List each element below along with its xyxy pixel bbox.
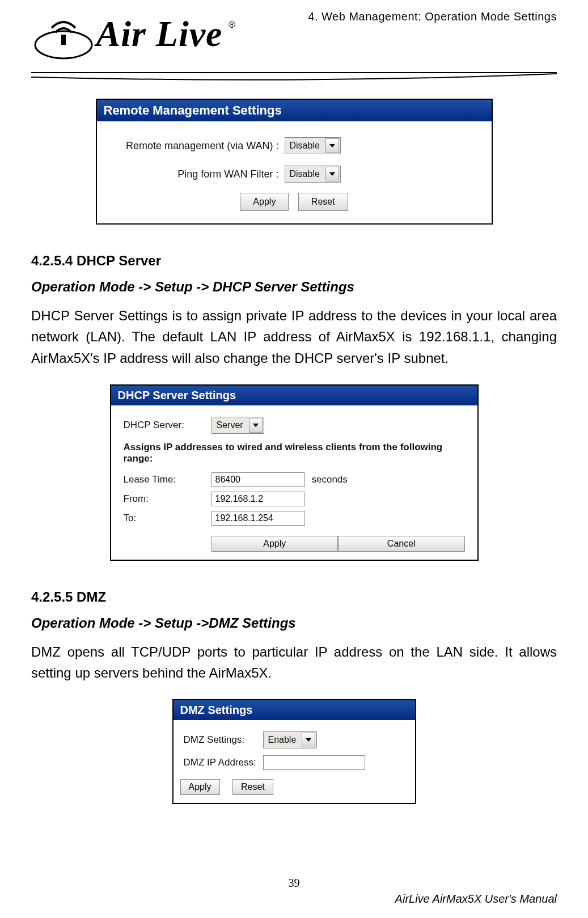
reset-button[interactable]: Reset — [232, 779, 273, 795]
dmz-setting-select[interactable]: Enable — [263, 731, 318, 748]
remote-mgmt-select[interactable]: Disable — [285, 137, 341, 154]
remote-mgmt-value: Disable — [285, 141, 324, 151]
dhcp-title: DHCP Server Settings — [111, 386, 477, 405]
dmz-setting-value: Enable — [264, 735, 301, 745]
dropdown-arrow-icon[interactable] — [325, 138, 339, 153]
ping-filter-select[interactable]: Disable — [285, 166, 341, 183]
dmz-ip-input[interactable] — [263, 755, 365, 770]
dmz-panel: DMZ Settings DMZ Settings: Enable DMZ IP… — [172, 699, 416, 804]
apply-button[interactable]: Apply — [180, 779, 220, 795]
dropdown-arrow-icon[interactable] — [302, 733, 315, 747]
dhcp-server-select[interactable]: Server — [211, 417, 264, 434]
dhcp-server-value: Server — [212, 420, 248, 430]
section-4-2-5-4-breadcrumb: Operation Mode -> Setup -> DHCP Server S… — [31, 279, 557, 295]
lease-time-suffix: seconds — [305, 474, 348, 485]
lease-time-label: Lease Time: — [120, 474, 211, 485]
manual-title-footer: AirLive AirMax5X User's Manual — [395, 892, 557, 906]
range-from-label: From: — [120, 493, 211, 505]
remote-mgmt-label: Remote management (via WAN) : — [106, 140, 285, 152]
dmz-setting-label: DMZ Settings: — [180, 734, 263, 746]
svg-rect-1 — [61, 35, 66, 45]
registered-mark: ® — [229, 20, 235, 29]
range-from-input[interactable] — [211, 492, 305, 506]
ping-filter-value: Disable — [285, 169, 324, 179]
brand-logo: Air Live ® — [31, 13, 557, 66]
section-4-2-5-5-breadcrumb: Operation Mode -> Setup ->DMZ Settings — [31, 615, 557, 631]
dhcp-range-note: Assigns IP addresses to wired and wirele… — [120, 437, 468, 470]
apply-button[interactable]: Apply — [211, 536, 339, 552]
logo-text: Air Live — [96, 14, 222, 54]
dmz-title: DMZ Settings — [174, 700, 415, 720]
dhcp-server-label: DHCP Server: — [120, 420, 211, 431]
section-4-2-5-5-heading: 4.2.5.5 DMZ — [31, 589, 557, 605]
logo-swoosh-icon — [31, 21, 94, 66]
cancel-button[interactable]: Cancel — [338, 536, 465, 552]
lease-time-input[interactable] — [211, 472, 305, 487]
dropdown-arrow-icon[interactable] — [325, 167, 339, 181]
header-divider — [31, 70, 557, 83]
dmz-ip-label: DMZ IP Address: — [180, 757, 263, 768]
remote-mgmt-title: Remote Management Settings — [97, 100, 492, 121]
range-to-input[interactable] — [211, 511, 305, 526]
range-to-label: To: — [120, 513, 211, 524]
section-4-2-5-4-body: DHCP Server Settings is to assign privat… — [31, 305, 557, 369]
section-4-2-5-4-heading: 4.2.5.4 DHCP Server — [31, 253, 557, 269]
dropdown-arrow-icon[interactable] — [249, 418, 263, 433]
reset-button[interactable]: Reset — [298, 193, 348, 211]
section-4-2-5-5-body: DMZ opens all TCP/UDP ports to particula… — [31, 641, 557, 683]
apply-button[interactable]: Apply — [240, 193, 289, 211]
dhcp-panel: DHCP Server Settings DHCP Server: Server… — [110, 384, 479, 561]
ping-filter-label: Ping form WAN Filter : — [106, 168, 285, 180]
page-number: 39 — [0, 877, 588, 890]
remote-mgmt-panel: Remote Management Settings Remote manage… — [96, 99, 493, 225]
